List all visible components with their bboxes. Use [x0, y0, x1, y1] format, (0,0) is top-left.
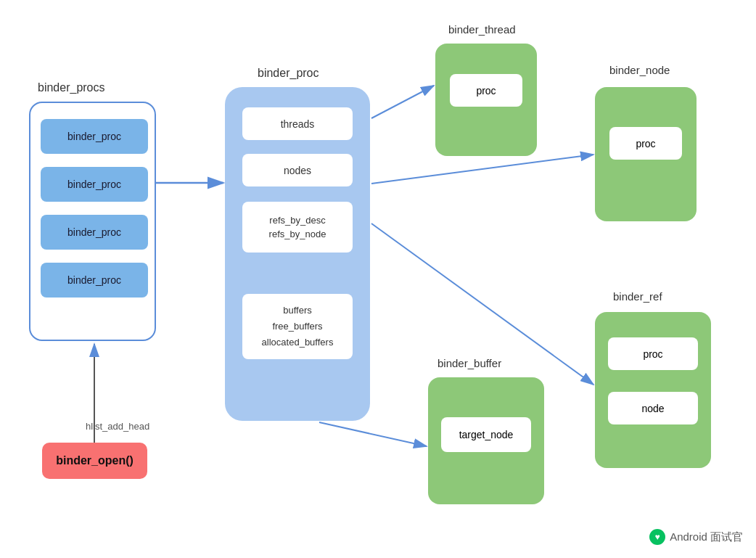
binder-proc-item-2: binder_proc: [41, 167, 148, 202]
binder-proc-main-box: threads nodes refs_by_desc refs_by_node …: [225, 87, 370, 421]
svg-line-4: [371, 155, 593, 184]
binder-procs-box: binder_proc binder_proc binder_proc bind…: [29, 102, 156, 341]
binder-procs-label: binder_procs: [38, 81, 105, 94]
binder-proc-item-3: binder_proc: [41, 215, 148, 250]
binder-node-label: binder_node: [609, 64, 670, 76]
binder-proc-item-4: binder_proc: [41, 263, 148, 298]
watermark-text: Android 面试官: [670, 530, 743, 544]
wechat-icon: ♥: [649, 529, 665, 545]
field-refs: refs_by_desc refs_by_node: [242, 202, 353, 253]
binder-thread-box: proc: [435, 44, 537, 156]
svg-line-6: [319, 422, 427, 446]
binder-ref-box: proc node: [595, 312, 711, 468]
thread-proc-field: proc: [450, 74, 522, 107]
binder-buffer-box: target_node: [428, 377, 544, 504]
binder-thread-label: binder_thread: [448, 23, 516, 36]
svg-line-3: [371, 86, 434, 118]
binder-ref-label: binder_ref: [613, 290, 662, 303]
diagram-container: binder_procs binder_proc binder_proc bin…: [0, 0, 756, 558]
field-threads: threads: [242, 107, 353, 140]
binder-proc-main-label: binder_proc: [258, 67, 319, 80]
watermark: ♥ Android 面试官: [649, 529, 743, 545]
binder-open-box: binder_open(): [42, 443, 147, 479]
field-nodes: nodes: [242, 154, 353, 186]
node-proc-field: proc: [609, 127, 682, 160]
binder-node-box: proc: [595, 87, 697, 221]
ref-node-field: node: [608, 392, 698, 424]
ref-proc-field: proc: [608, 337, 698, 370]
buffer-target-node-field: target_node: [441, 417, 531, 452]
binder-proc-item-1: binder_proc: [41, 119, 148, 154]
binder-buffer-label: binder_buffer: [437, 357, 501, 369]
hlist-add-head-label: hlist_add_head: [86, 421, 149, 432]
field-buffers: buffers free_buffers allocated_buffers: [242, 294, 353, 359]
